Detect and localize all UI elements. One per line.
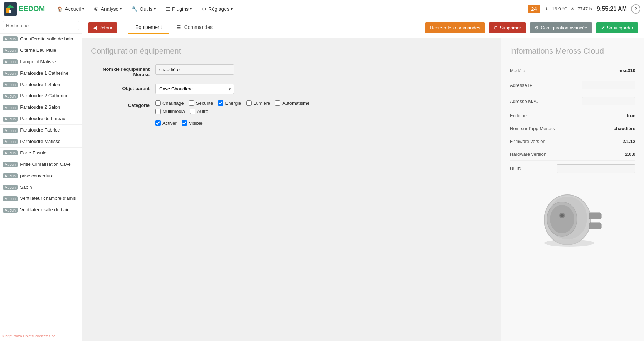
- sidebar-item[interactable]: AucunParafoudre 2 Salon: [0, 102, 82, 113]
- info-value-4: chaudière: [614, 126, 635, 131]
- sidebar-item[interactable]: AucunParafoudre du bureau: [0, 113, 82, 125]
- cat-chauffage-item[interactable]: Chauffage: [155, 100, 184, 106]
- badge-aucun: Aucun: [3, 71, 18, 76]
- activer-checkbox-item[interactable]: Activer: [155, 120, 177, 126]
- notification-badge[interactable]: 24: [528, 5, 540, 13]
- sidebar-item[interactable]: AucunParafoudre 1 Salon: [0, 79, 82, 91]
- sidebar-item-label: Parafoudre 2 Catherine: [20, 93, 68, 99]
- logo-icon: [4, 2, 17, 16]
- cat-lumiere-checkbox[interactable]: [246, 100, 252, 106]
- info-input-1[interactable]: [582, 81, 635, 89]
- nom-input[interactable]: [155, 64, 234, 75]
- categorie-label: Catégorie: [91, 100, 155, 108]
- config-section-title: Configuration équipement: [91, 46, 492, 56]
- gear-icon: ⚙: [202, 6, 206, 12]
- device-image-wrap: [510, 188, 635, 248]
- nav-accueil-label: Accueil: [65, 6, 81, 12]
- search-input[interactable]: [3, 21, 79, 30]
- cat-multimedia-item[interactable]: Multimédia: [155, 109, 185, 114]
- badge-aucun: Aucun: [3, 150, 18, 155]
- visible-checkbox[interactable]: [182, 120, 187, 126]
- badge-aucun: Aucun: [3, 208, 18, 213]
- sidebar-item-label: Parafoudre 1 Catherine: [20, 70, 68, 76]
- sidebar-item[interactable]: Aucunprise couverture: [0, 170, 82, 182]
- config-avancee-button[interactable]: ⚙ Configuration avancée: [530, 22, 592, 33]
- svg-rect-10: [589, 223, 601, 229]
- sidebar-item[interactable]: AucunVentilateur salle de bain: [0, 204, 82, 216]
- nav-accueil[interactable]: 🏠 Accueil ▾: [52, 0, 89, 18]
- nav-outils[interactable]: 🔧 Outils ▾: [127, 0, 161, 18]
- info-input-long-7[interactable]: [557, 164, 635, 173]
- wrench-icon: 🔧: [132, 6, 138, 12]
- sidebar-item[interactable]: AucunParafoudre 2 Catherine: [0, 90, 82, 102]
- info-row-6: Hardware version2.0.0: [510, 148, 635, 161]
- info-label-2: Adresse MAC: [510, 99, 538, 104]
- cat-automatisme-checkbox[interactable]: [275, 100, 280, 106]
- info-input-2[interactable]: [582, 97, 635, 105]
- sidebar-item[interactable]: AucunPorte Essuie: [0, 148, 82, 159]
- tab-equipement[interactable]: Equipement: [128, 21, 169, 34]
- badge-aucun: Aucun: [3, 117, 18, 122]
- activer-checkbox[interactable]: [155, 120, 161, 126]
- sidebar-item[interactable]: AucunSapin: [0, 182, 82, 193]
- cat-energie-item[interactable]: Energie: [218, 100, 241, 106]
- back-button[interactable]: ◀ Retour: [88, 22, 117, 33]
- sidebar-item[interactable]: AucunParafoudre Matisse: [0, 136, 82, 148]
- sidebar-item[interactable]: AucunChaufferette salle de bain: [0, 34, 82, 45]
- cat-autre-checkbox[interactable]: [190, 109, 195, 114]
- tab-commandes[interactable]: ☰ Commandes: [169, 21, 220, 34]
- content-topbar: ◀ Retour Equipement ☰ Commandes Recréer …: [82, 18, 644, 38]
- svg-point-8: [560, 214, 564, 217]
- cat-lumiere-item[interactable]: Lumière: [246, 100, 270, 106]
- sidebar-item[interactable]: AucunLampe lit Matisse: [0, 56, 82, 68]
- cat-autre-label: Autre: [197, 109, 208, 114]
- badge-aucun: Aucun: [3, 173, 18, 178]
- sidebar-item[interactable]: AucunParafoudre 1 Catherine: [0, 68, 82, 79]
- cat-automatisme-item[interactable]: Automatisme: [275, 100, 309, 106]
- nav-plugins[interactable]: ☰ Plugins ▾: [161, 0, 197, 18]
- cat-securite-checkbox[interactable]: [189, 100, 194, 106]
- cat-securite-item[interactable]: Sécurité: [189, 100, 213, 106]
- form-group-activer: Activer Visible: [91, 120, 492, 126]
- tab-commandes-label: Commandes: [184, 24, 213, 30]
- badge-aucun: Aucun: [3, 48, 18, 53]
- cat-multimedia-checkbox[interactable]: [155, 109, 161, 114]
- supprimer-button[interactable]: ⊖ Supprimer: [489, 22, 526, 33]
- info-row-3: En lignetrue: [510, 109, 635, 122]
- svg-rect-9: [589, 213, 601, 219]
- nav-reglages[interactable]: ⚙ Réglages ▾: [197, 0, 238, 18]
- cat-energie-checkbox[interactable]: [218, 100, 223, 106]
- cat-energie-label: Energie: [225, 100, 241, 106]
- sauvegarder-button[interactable]: ✔ Sauvegarder: [596, 22, 638, 33]
- top-navigation: EEDOM 🏠 Accueil ▾ ☯ Analyse ▾ 🔧 Outils ▾…: [0, 0, 644, 18]
- sidebar-item[interactable]: AucunCiterne Eau Pluie: [0, 45, 82, 56]
- sidebar-item[interactable]: AucunPrise Climatisation Cave: [0, 159, 82, 170]
- temperature-value: 16.9 °C: [552, 6, 568, 11]
- objet-select-container: Cave Chaudiere ▾: [155, 84, 234, 94]
- badge-aucun: Aucun: [3, 139, 18, 144]
- form-group-categorie: Catégorie ChauffageSécuritéEnergieLumièr…: [91, 100, 492, 114]
- config-gear-icon: ⚙: [535, 25, 539, 30]
- plugins-caret-icon: ▾: [190, 7, 192, 11]
- sidebar-item-label: Porte Essuie: [20, 150, 47, 156]
- cat-chauffage-checkbox[interactable]: [155, 100, 161, 106]
- cat-autre-item[interactable]: Autre: [190, 109, 208, 114]
- sidebar: AucunChaufferette salle de bainAucunCite…: [0, 18, 82, 341]
- info-label-0: Modèle: [510, 68, 525, 73]
- objet-select[interactable]: Cave Chaudiere: [155, 84, 234, 94]
- recreer-commandes-button[interactable]: Recréer les commandes: [425, 22, 486, 33]
- sidebar-item-label: Parafoudre 1 Salon: [20, 82, 60, 88]
- sidebar-item[interactable]: AucunVentilateur chambre d'amis: [0, 193, 82, 204]
- help-button[interactable]: ?: [631, 4, 640, 14]
- content-area: ◀ Retour Equipement ☰ Commandes Recréer …: [82, 18, 644, 341]
- info-row-0: Modèlemss310: [510, 64, 635, 77]
- activer-label: Activer: [162, 120, 177, 126]
- back-arrow-icon: ◀: [93, 25, 97, 30]
- visible-checkbox-item[interactable]: Visible: [182, 120, 203, 126]
- sidebar-item[interactable]: AucunParafoudre Fabrice: [0, 125, 82, 136]
- svg-marker-1: [6, 5, 15, 8]
- nav-analyse[interactable]: ☯ Analyse ▾: [89, 0, 127, 18]
- tabs-container: Equipement ☰ Commandes: [128, 21, 220, 34]
- info-section-title: Informations Meross Cloud: [510, 46, 635, 56]
- sun-icon: ☀: [570, 6, 575, 11]
